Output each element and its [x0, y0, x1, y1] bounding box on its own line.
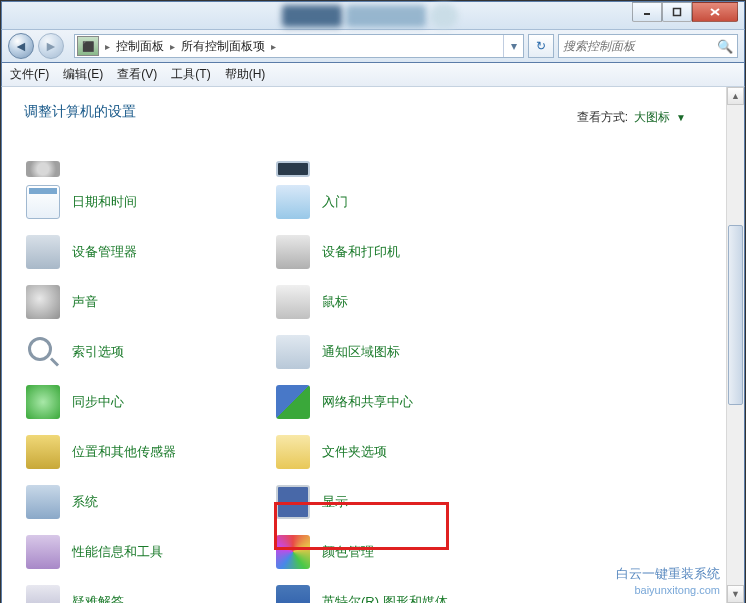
item-label: 颜色管理	[322, 543, 374, 561]
search-icon[interactable]: 🔍	[717, 39, 733, 54]
control-panel-item[interactable]: 设备和打印机	[274, 227, 524, 277]
maximize-button[interactable]	[662, 2, 692, 22]
loc-icon	[26, 435, 60, 469]
item-label: 设备管理器	[72, 243, 137, 261]
net-icon	[276, 385, 310, 419]
control-panel-item[interactable]: 同步中心	[24, 377, 274, 427]
background-blur	[282, 2, 458, 30]
item-label: 声音	[72, 293, 98, 311]
scroll-thumb[interactable]	[728, 225, 743, 405]
control-panel-item[interactable]: 颜色管理	[274, 527, 524, 577]
control-panel-item[interactable]: 入门	[274, 177, 524, 227]
address-bar: ◄ ► ⬛ ▸ 控制面板 ▸ 所有控制面板项 ▸ ▾ ↻ 🔍	[1, 29, 745, 63]
menu-edit[interactable]: 编辑(E)	[63, 66, 103, 83]
control-panel-item[interactable]: 索引选项	[24, 327, 274, 377]
perf-icon	[26, 535, 60, 569]
menu-bar: 文件(F) 编辑(E) 查看(V) 工具(T) 帮助(H)	[1, 63, 745, 87]
item-label: 性能信息和工具	[72, 543, 163, 561]
folder-icon	[276, 435, 310, 469]
item-label: 同步中心	[72, 393, 124, 411]
mon-icon	[276, 161, 310, 177]
control-panel-item[interactable]: 性能信息和工具	[24, 527, 274, 577]
control-panel-item[interactable]: 文件夹选项	[274, 427, 524, 477]
menu-view[interactable]: 查看(V)	[117, 66, 157, 83]
breadcrumb[interactable]: ⬛ ▸ 控制面板 ▸ 所有控制面板项 ▸ ▾	[74, 34, 524, 58]
forward-button[interactable]: ►	[38, 33, 64, 59]
item-label: 系统	[72, 493, 98, 511]
close-button[interactable]	[692, 2, 738, 22]
menu-tools[interactable]: 工具(T)	[171, 66, 210, 83]
control-panel-item[interactable]	[274, 157, 524, 177]
minimize-button[interactable]	[632, 2, 662, 22]
dev-icon	[26, 235, 60, 269]
menu-help[interactable]: 帮助(H)	[225, 66, 266, 83]
item-label: 入门	[322, 193, 348, 211]
item-label: 设备和打印机	[322, 243, 400, 261]
item-label: 网络和共享中心	[322, 393, 413, 411]
control-panel-item[interactable]: 鼠标	[274, 277, 524, 327]
control-panel-icon: ⬛	[77, 36, 99, 56]
view-mode: 查看方式: 大图标 ▼	[577, 109, 686, 126]
gear-icon	[26, 161, 60, 177]
control-panel-item[interactable]: 通知区域图标	[274, 327, 524, 377]
item-label: 索引选项	[72, 343, 124, 361]
control-panel-item[interactable]: 显示	[274, 477, 524, 527]
item-label: 日期和时间	[72, 193, 137, 211]
item-label: 疑难解答	[72, 593, 124, 603]
view-mode-link[interactable]: 大图标	[634, 109, 670, 126]
speaker-icon	[26, 285, 60, 319]
control-panel-item[interactable]: 疑难解答	[24, 577, 274, 603]
item-label: 显示	[322, 493, 348, 511]
search-box[interactable]: 🔍	[558, 34, 738, 58]
content-area: 调整计算机的设置 查看方式: 大图标 ▼ 日期和时间设备管理器声音索引选项同步中…	[1, 87, 745, 603]
search-input[interactable]	[563, 39, 717, 53]
menu-file[interactable]: 文件(F)	[10, 66, 49, 83]
chevron-down-icon[interactable]: ▼	[676, 112, 686, 123]
vertical-scrollbar[interactable]: ▲ ▼	[726, 87, 744, 603]
watermark: 白云一键重装系统 baiyunxitong.com	[616, 566, 720, 597]
sys-icon	[26, 485, 60, 519]
mouse-icon	[276, 285, 310, 319]
tray-icon	[276, 335, 310, 369]
mag-icon	[26, 335, 60, 369]
item-label: 英特尔(R) 图形和媒体	[322, 593, 448, 603]
control-panel-item[interactable]	[24, 157, 274, 177]
disp-icon	[276, 485, 310, 519]
crumb-all-items[interactable]: 所有控制面板项	[179, 38, 267, 55]
control-panel-item[interactable]: 网络和共享中心	[274, 377, 524, 427]
control-panel-item[interactable]: 设备管理器	[24, 227, 274, 277]
item-label: 通知区域图标	[322, 343, 400, 361]
item-label: 位置和其他传感器	[72, 443, 176, 461]
back-button[interactable]: ◄	[8, 33, 34, 59]
crumb-control-panel[interactable]: 控制面板	[114, 38, 166, 55]
items-grid: 日期和时间设备管理器声音索引选项同步中心位置和其他传感器系统性能信息和工具疑难解…	[24, 157, 722, 603]
scroll-up-button[interactable]: ▲	[727, 87, 744, 105]
scroll-track[interactable]	[727, 105, 744, 585]
intro-icon	[276, 185, 310, 219]
intel-icon	[276, 585, 310, 603]
cal-icon	[26, 185, 60, 219]
chevron-right-icon: ▸	[267, 41, 280, 52]
chevron-right-icon: ▸	[166, 41, 179, 52]
title-bar	[1, 1, 745, 29]
control-panel-item[interactable]: 声音	[24, 277, 274, 327]
view-label: 查看方式:	[577, 109, 628, 126]
control-panel-item[interactable]: 英特尔(R) 图形和媒体	[274, 577, 524, 603]
chevron-right-icon: ▸	[101, 41, 114, 52]
chevron-down-icon[interactable]: ▾	[503, 35, 523, 57]
sync-icon	[26, 385, 60, 419]
scroll-down-button[interactable]: ▼	[727, 585, 744, 603]
control-panel-item[interactable]: 日期和时间	[24, 177, 274, 227]
printer-icon	[276, 235, 310, 269]
item-label: 鼠标	[322, 293, 348, 311]
trouble-icon	[26, 585, 60, 603]
svg-rect-1	[674, 9, 681, 16]
item-label: 文件夹选项	[322, 443, 387, 461]
color-icon	[276, 535, 310, 569]
control-panel-item[interactable]: 位置和其他传感器	[24, 427, 274, 477]
control-panel-item[interactable]: 系统	[24, 477, 274, 527]
refresh-button[interactable]: ↻	[528, 34, 554, 58]
